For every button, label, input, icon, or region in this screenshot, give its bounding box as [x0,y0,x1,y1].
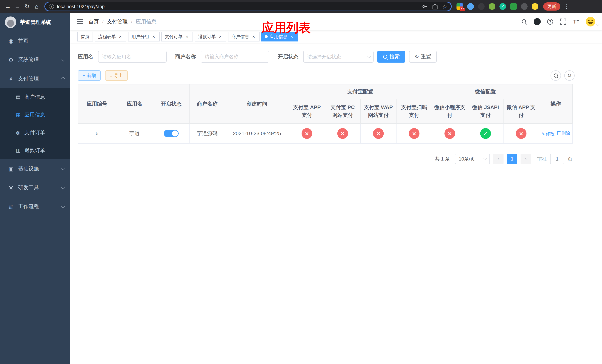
reload-icon[interactable]: ↻ [22,0,32,13]
app-name-input[interactable] [98,51,167,63]
alipay-wap-status [373,128,384,139]
back-icon[interactable]: ← [3,0,13,13]
goto-page-input[interactable] [550,154,564,164]
table-row: 6 芋道 芋道源码 2021-10-23 08:49:25 [78,124,573,143]
share-icon[interactable] [432,3,438,10]
col-group-alipay: 支付宝配置 [289,84,432,99]
extension-green-avatar-icon[interactable] [489,3,495,10]
col-app-name: 应用名 [116,84,153,124]
url-text[interactable]: localhost:1024/pay/app [57,4,418,9]
page-content: 应用名 商户名称 开启状态 [70,43,602,364]
browser-update-button[interactable]: 更新 [543,2,560,11]
refresh-icon: ↻ [415,54,419,59]
cell-created: 2021-10-23 08:49:25 [225,124,289,143]
close-icon[interactable]: × [118,34,123,39]
extension-dark-icon[interactable] [478,3,485,10]
breadcrumb-payment[interactable]: 支付管理 [107,18,128,25]
fullscreen-icon[interactable] [558,17,568,26]
sidebar-item-merchant-info[interactable]: ▤ 商户信息 [0,88,70,106]
breadcrumb-current: 应用信息 [136,18,157,25]
bookmark-star-icon[interactable]: ☆ [442,3,447,10]
merchant-name-label: 商户名称 [175,53,196,60]
close-icon[interactable]: × [151,34,156,39]
extension-face-icon[interactable] [532,3,538,10]
close-icon[interactable]: × [218,34,223,39]
extensions-area: 10 ✓ [456,3,538,10]
status-toggle[interactable] [164,130,179,137]
forward-icon[interactable]: → [13,0,22,13]
page-size-select[interactable]: 10条/页 [455,154,490,164]
cell-status [153,124,189,143]
tab-pay-order[interactable]: 支付订单× [161,32,193,42]
user-avatar [585,16,596,27]
sidebar-item-workflow[interactable]: ▧ 工作流程 [0,197,70,216]
tab-refund-order[interactable]: 退款订单× [195,32,226,42]
sidebar: 芋道管理系统 ◉ 首页 ⚙ 系统管理 ¥ 支付管理 ▤ 商户信息 [0,13,70,364]
sidebar-item-home[interactable]: ◉ 首页 [0,32,70,50]
password-key-icon[interactable] [422,3,428,10]
order-icon: ◎ [15,130,21,136]
address-bar[interactable]: i localhost:1024/pay/app ☆ [44,2,452,11]
site-info-icon[interactable]: i [49,4,54,9]
sidebar-item-app-info[interactable]: ▦ 应用信息 [0,106,70,124]
extension-chat-icon[interactable] [510,3,517,10]
home-icon[interactable]: ⌂ [32,0,42,13]
logo[interactable]: 芋道管理系统 [0,13,70,32]
github-icon[interactable] [532,17,542,26]
sidebar-item-refund-order[interactable]: ▥ 退款订单 [0,141,70,159]
refresh-table-button[interactable]: ↻ [564,70,575,81]
chevron-down-icon [596,23,600,26]
hamburger-icon[interactable] [70,19,88,24]
close-icon[interactable]: × [251,34,256,39]
font-size-icon[interactable]: TT [571,17,581,26]
sidebar-item-devtools[interactable]: ⚒ 研发工具 [0,178,70,197]
infra-icon: ▣ [8,166,14,172]
total-count: 共 1 条 [435,156,450,162]
tab-process-form[interactable]: 流程表单× [95,32,126,42]
alipay-app-status [301,128,312,139]
help-icon[interactable]: ? [545,17,555,26]
search-icon [383,54,388,59]
reset-button[interactable]: ↻ 重置 [409,51,437,63]
toggle-search-button[interactable] [550,70,561,81]
col-created: 创建时间 [225,84,289,124]
next-page-button[interactable]: › [521,154,531,164]
col-alipay-app: 支付宝 APP 支付 [289,99,325,124]
col-alipay-wap: 支付宝 WAP 网站支付 [360,99,396,124]
delete-link[interactable]: 删除 [557,130,570,136]
merchant-name-input[interactable] [201,51,269,63]
sidebar-item-payment[interactable]: ¥ 支付管理 [0,69,70,88]
close-icon[interactable]: × [184,34,190,39]
tab-merchant-info[interactable]: 商户信息× [228,32,259,42]
user-menu[interactable] [585,16,599,27]
plus-icon: + [83,73,85,78]
edit-link[interactable]: ✎修改 [541,131,555,137]
chevron-down-icon [61,167,65,171]
search-button[interactable]: 搜索 [377,51,405,63]
status-select-input[interactable] [303,51,374,63]
extension-puzzle-icon[interactable] [521,3,527,10]
prev-page-button[interactable]: ‹ [493,154,504,164]
chevron-down-icon [484,156,487,160]
trash-icon [557,131,560,135]
extension-drop-icon[interactable] [467,3,474,10]
sidebar-item-system[interactable]: ⚙ 系统管理 [0,50,70,69]
breadcrumb-home[interactable]: 首页 [88,18,99,25]
search-icon[interactable] [519,17,529,26]
cell-app-id: 6 [78,124,116,143]
browser-menu-icon[interactable]: ⋮ [564,3,570,10]
page-1-button[interactable]: 1 [507,154,517,164]
sidebar-item-infra[interactable]: ▣ 基础设施 [0,159,70,178]
app-name-label: 应用名 [78,53,93,60]
page-title-annotation: 应用列表 [262,20,311,36]
tab-user-group[interactable]: 用户分组× [128,32,160,42]
extension-check-icon[interactable]: ✓ [499,3,506,10]
tab-home[interactable]: 首页 [77,32,93,42]
edit-icon: ✎ [541,131,545,137]
export-button[interactable]: ↓ 导出 [105,70,128,81]
add-button[interactable]: + 新增 [78,70,101,81]
sidebar-item-pay-order[interactable]: ◎ 支付订单 [0,124,70,141]
extension-grid-icon[interactable]: 10 [456,3,463,10]
credit-card-icon: ▤ [15,94,21,100]
status-select[interactable] [303,51,374,63]
